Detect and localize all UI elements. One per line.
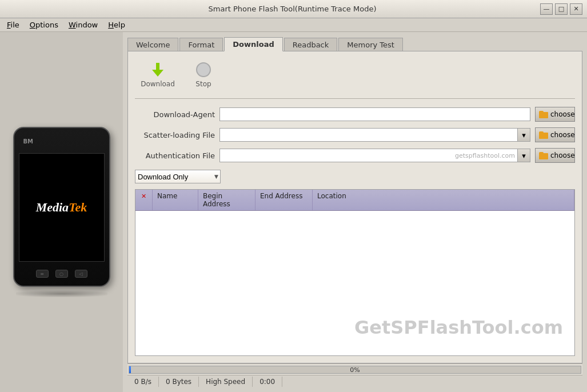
- progress-percent: 0%: [350, 366, 360, 373]
- titlebar: Smart Phone Flash Tool(Runtime Trace Mod…: [0, 0, 587, 18]
- window-controls: — □ ✕: [540, 3, 582, 15]
- close-button[interactable]: ✕: [570, 3, 582, 15]
- main-layout: BM MediaTek ≡ ○ ◁ Welcome Format Downloa…: [0, 32, 587, 392]
- scatter-loading-choose-button[interactable]: choose: [535, 127, 575, 142]
- scatter-loading-row: Scatter-loading File ▾ choose: [135, 127, 575, 142]
- svg-rect-0: [156, 63, 159, 71]
- tab-format[interactable]: Format: [179, 38, 223, 51]
- phone-home-button: ○: [55, 270, 68, 278]
- tab-download[interactable]: Download: [224, 37, 282, 51]
- authentication-label: Authentication File: [135, 151, 215, 160]
- download-label: Download: [141, 80, 175, 88]
- phone-menu-button: ≡: [36, 270, 49, 278]
- authentication-choose-button[interactable]: choose: [535, 148, 575, 163]
- right-panel: Welcome Format Download Readback Memory …: [123, 32, 587, 392]
- authentication-input[interactable]: [220, 150, 517, 161]
- status-speed: 0 B/s: [127, 377, 159, 387]
- tab-memory-test[interactable]: Memory Test: [338, 38, 403, 51]
- th-check: ✕: [135, 190, 153, 210]
- download-agent-input[interactable]: [219, 107, 530, 121]
- table-header: ✕ Name Begin Address End Address Locatio…: [135, 190, 574, 211]
- authentication-row: Authentication File getspflashtool.com ▾…: [135, 148, 575, 163]
- menu-window[interactable]: Window: [64, 19, 102, 30]
- phone-top: BM: [20, 138, 103, 145]
- th-location: Location: [313, 190, 574, 210]
- status-connection: High Speed: [199, 377, 253, 387]
- tab-readback[interactable]: Readback: [284, 38, 338, 51]
- tab-welcome[interactable]: Welcome: [127, 38, 178, 51]
- window-title: Smart Phone Flash Tool(Runtime Trace Mod…: [45, 5, 540, 13]
- choose-label-1: choose: [550, 110, 575, 118]
- table-watermark: GetSPFlashTool.com: [354, 317, 563, 338]
- mode-select[interactable]: Download Only Firmware Upgrade Custom Do…: [135, 170, 221, 183]
- left-panel: BM MediaTek ≡ ○ ◁: [0, 32, 123, 392]
- progress-bar-fill: [129, 366, 131, 373]
- phone-back-button: ◁: [75, 270, 87, 278]
- brand-part1: Media: [36, 200, 69, 214]
- phone-buttons: ≡ ○ ◁: [36, 270, 87, 278]
- download-agent-label: Download-Agent: [135, 110, 215, 119]
- folder-icon-2: [539, 131, 548, 139]
- phone-screen: MediaTek: [19, 153, 105, 262]
- phone-bm-label: BM: [23, 138, 34, 145]
- status-time: 0:00: [253, 377, 282, 387]
- download-agent-row: Download-Agent choose: [135, 107, 575, 122]
- brand-part2: Tek: [69, 200, 87, 214]
- authentication-dropdown[interactable]: ▾: [517, 149, 530, 162]
- download-icon: [149, 61, 167, 79]
- toolbar-divider: [135, 98, 575, 99]
- toolbar: Download Stop: [135, 58, 575, 90]
- mode-select-container: Download Only Firmware Upgrade Custom Do…: [135, 170, 221, 183]
- choose-label-2: choose: [550, 131, 575, 139]
- check-icon: ✕: [141, 193, 146, 200]
- choose-label-3: choose: [550, 151, 575, 159]
- content-area: Download Stop Download-Agent choose: [127, 51, 582, 363]
- phone-shadow: [16, 290, 107, 297]
- maximize-button[interactable]: □: [555, 3, 568, 15]
- menubar: File Options Window Help: [0, 18, 587, 32]
- stop-label: Stop: [195, 80, 211, 88]
- svg-marker-1: [152, 70, 163, 77]
- status-bar: 0 B/s 0 Bytes High Speed 0:00: [127, 375, 582, 387]
- scatter-loading-input[interactable]: [220, 130, 517, 140]
- menu-options[interactable]: Options: [25, 19, 63, 30]
- menu-file[interactable]: File: [2, 19, 24, 30]
- menu-help[interactable]: Help: [103, 19, 130, 30]
- folder-icon: [539, 111, 548, 118]
- file-table: ✕ Name Begin Address End Address Locatio…: [135, 189, 575, 356]
- scatter-loading-label: Scatter-loading File: [135, 131, 215, 139]
- mode-dropdown-row: Download Only Firmware Upgrade Custom Do…: [135, 170, 575, 183]
- download-agent-choose-button[interactable]: choose: [535, 107, 575, 122]
- mediatek-logo: MediaTek: [36, 200, 87, 215]
- th-begin-address: Begin Address: [198, 190, 255, 210]
- download-toolbar-item[interactable]: Download: [141, 61, 175, 88]
- th-end-address: End Address: [255, 190, 313, 210]
- tab-bar: Welcome Format Download Readback Memory …: [127, 37, 582, 51]
- progress-bar-container: 0%: [129, 366, 581, 374]
- scatter-loading-dropdown[interactable]: ▾: [517, 129, 530, 141]
- minimize-button[interactable]: —: [540, 3, 553, 15]
- stop-icon: [194, 61, 213, 79]
- status-bytes: 0 Bytes: [159, 377, 199, 387]
- folder-icon-3: [539, 152, 548, 159]
- stop-toolbar-item[interactable]: Stop: [186, 61, 221, 88]
- th-name: Name: [153, 190, 198, 210]
- table-body: GetSPFlashTool.com: [135, 211, 574, 355]
- phone-mockup: BM MediaTek ≡ ○ ◁: [13, 127, 110, 287]
- progress-area: 0%: [127, 363, 582, 375]
